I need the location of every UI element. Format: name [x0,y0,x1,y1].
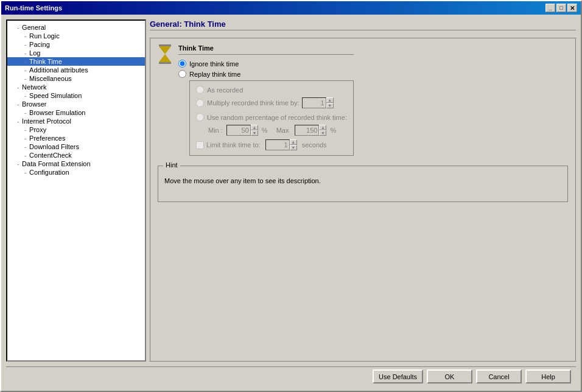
min-spinner-btns: ▲ ▼ [251,125,258,136]
multiply-radio[interactable] [196,99,204,107]
limit-label: Limit think time to: [206,141,261,149]
main-content: - General - Run Logic - Pacing [6,19,576,362]
multiply-label: Multiply recorded think time by: [207,99,300,107]
replay-radio-row: Replay think time [178,70,354,78]
think-time-options: Think Time Ignore think time Replay thin… [178,44,354,156]
think-time-label: Think Time [178,44,354,55]
as-recorded-row: As recorded [196,86,347,94]
max-label: Max [276,127,289,134]
seconds-label: seconds [302,141,327,149]
svg-rect-3 [159,62,171,64]
multiply-down-btn[interactable]: ▼ [326,103,334,108]
hourglass-icon [158,44,172,64]
minimize-button[interactable]: _ [545,4,555,12]
ignore-radio-label[interactable]: Ignore think time [189,60,239,68]
window-body: - General - Run Logic - Pacing [1,15,581,391]
tree-item-data-format-extension[interactable]: - Data Format Extension [7,159,145,168]
tree-item-browser[interactable]: - Browser [7,100,145,108]
min-down-btn[interactable]: ▼ [251,130,258,136]
title-bar-buttons: _ □ ✕ [545,4,577,12]
as-recorded-radio[interactable] [196,86,204,94]
tree-item-additional-attributes[interactable]: - Additional attributes [7,66,145,74]
tree-item-pacing[interactable]: - Pacing [7,40,145,49]
tree-item-download-filters[interactable]: - Download Filters [7,142,145,151]
bottom-bar: Use Defaults OK Cancel Help [6,366,576,386]
ignore-radio[interactable] [178,60,186,68]
tree-item-run-logic[interactable]: - Run Logic [7,32,145,40]
multiply-spinner: ▲ ▼ [302,97,334,108]
random-row: Use random percentage of recorded think … [196,113,347,121]
tree-item-internet-protocol[interactable]: - Internet Protocol [7,117,145,125]
random-label: Use random percentage of recorded think … [207,114,347,121]
multiply-input[interactable] [302,97,326,108]
as-recorded-label: As recorded [207,86,243,94]
tree-item-think-time[interactable]: - Think Time [7,57,145,66]
random-radio[interactable] [196,113,204,121]
limit-input[interactable] [265,139,290,150]
limit-spinner: ▲ ▼ [265,139,297,150]
min-spinner: ▲ ▼ [226,125,258,136]
svg-rect-0 [159,44,171,46]
max-spinner: ▲ ▼ [295,125,326,136]
multiply-row: Multiply recorded think time by: ▲ ▼ [196,97,347,108]
hint-box: Hint Move the mouse over any item to see… [158,166,568,202]
limit-row: Limit think time to: ▲ ▼ seconds [196,139,347,150]
svg-marker-1 [159,46,171,54]
limit-checkbox[interactable] [196,141,204,149]
percent1-label: % [262,127,268,134]
cancel-button[interactable]: Cancel [476,369,522,383]
close-button[interactable]: ✕ [567,4,577,12]
ok-button[interactable]: OK [427,369,472,383]
min-up-btn[interactable]: ▲ [251,125,258,130]
think-time-group: Think Time Ignore think time Replay thin… [150,38,576,362]
help-button[interactable]: Help [525,369,571,383]
think-time-header: Think Time Ignore think time Replay thin… [158,44,568,156]
replay-options-box: As recorded Multiply recorded think time… [189,80,354,156]
tree-item-speed-simulation[interactable]: - Speed Simulation [7,91,145,100]
tree-item-network[interactable]: - Network [7,83,145,91]
max-up-btn[interactable]: ▲ [319,125,326,130]
limit-down-btn[interactable]: ▼ [290,145,297,150]
tree-item-content-check[interactable]: - ContentCheck [7,151,145,159]
main-window: Run-time Settings _ □ ✕ - General - [0,0,582,392]
ignore-radio-row: Ignore think time [178,60,354,68]
limit-up-btn[interactable]: ▲ [290,139,297,145]
tree-item-general[interactable]: - General [7,23,145,32]
svg-marker-2 [159,54,171,62]
section-title: General: Think Time [150,19,576,30]
replay-radio-label[interactable]: Replay think time [189,71,240,78]
min-max-row: Min : ▲ ▼ % Max [208,125,347,136]
tree-item-proxy[interactable]: - Proxy [7,125,145,134]
max-spinner-btns: ▲ ▼ [319,125,326,136]
tree-item-log[interactable]: - Log [7,49,145,57]
limit-spinner-btns: ▲ ▼ [290,139,297,150]
tree-item-browser-emulation[interactable]: - Browser Emulation [7,108,145,117]
multiply-spinner-btns: ▲ ▼ [326,97,334,108]
title-bar: Run-time Settings _ □ ✕ [1,1,581,15]
tree-item-miscellaneous[interactable]: - Miscellaneous [7,74,145,83]
tree-item-configuration[interactable]: - Configuration [7,168,145,177]
window-title: Run-time Settings [5,4,62,12]
replay-radio[interactable] [178,70,186,78]
percent2-label: % [330,127,336,134]
tree-panel[interactable]: - General - Run Logic - Pacing [6,19,146,362]
hint-text: Move the mouse over any item to see its … [164,177,561,184]
maximize-button[interactable]: □ [556,4,566,12]
max-down-btn[interactable]: ▼ [319,130,326,136]
min-label: Min : [208,127,223,134]
tree-item-preferences[interactable]: - Preferences [7,134,145,142]
multiply-up-btn[interactable]: ▲ [326,97,334,103]
max-input[interactable] [295,125,319,136]
use-defaults-button[interactable]: Use Defaults [373,369,423,383]
hint-title: Hint [163,161,180,169]
content-panel: General: Think Time Think Time [150,19,576,362]
min-input[interactable] [226,125,251,136]
